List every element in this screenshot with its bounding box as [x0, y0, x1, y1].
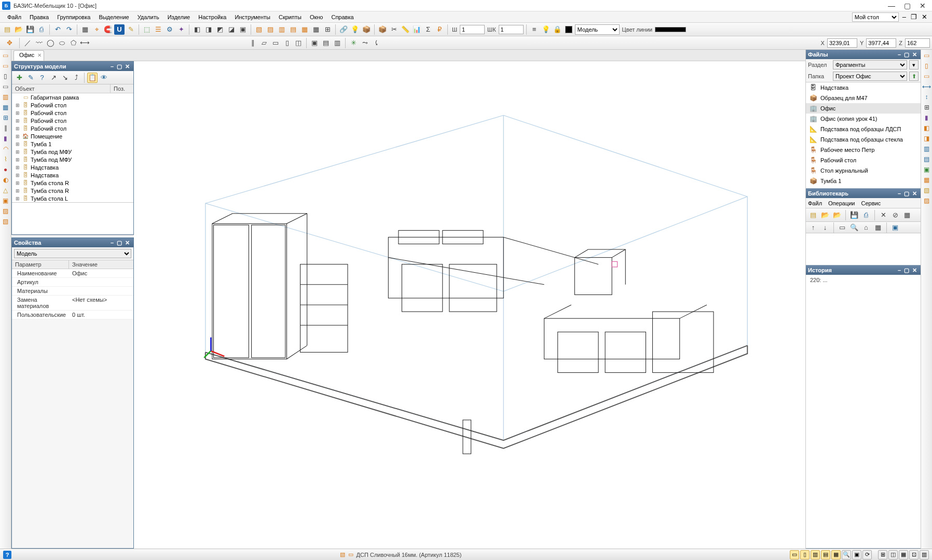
file-row[interactable]: 🏢Офис (копия урок 41) — [806, 114, 921, 124]
mdi-close-button[interactable]: ✕ — [920, 13, 929, 21]
sq3-button[interactable]: ▯ — [282, 38, 292, 48]
lib-b5-button[interactable]: ▣ — [890, 222, 900, 233]
gr2-button[interactable]: ▤ — [321, 38, 331, 48]
rs-b5[interactable]: ↕ — [922, 92, 931, 102]
lib-open-button[interactable]: 📂 — [820, 210, 830, 220]
vs-vline[interactable]: ▯ — [1, 72, 10, 81]
sb-2[interactable]: ▯ — [800, 550, 810, 559]
tree-row[interactable]: ⊞🗄Надставка — [12, 163, 133, 171]
lib-add-button[interactable]: 📂 — [832, 210, 842, 220]
vs-panel[interactable]: ▥ — [1, 92, 10, 102]
struct-add-button[interactable]: ✚ — [14, 73, 24, 83]
rs-b14[interactable]: ▧ — [922, 186, 931, 195]
tree-row[interactable]: ⊞🗄Тумба 1 — [12, 140, 133, 148]
struct-edit-button[interactable]: ✎ — [25, 73, 36, 83]
save-all-button[interactable]: ⎙ — [36, 24, 47, 35]
structure-panel-close[interactable]: ✕ — [124, 63, 131, 69]
tree-row[interactable]: ⊞🗄Тумба стола L — [12, 194, 133, 202]
file-row[interactable]: 📐Подставка под образцы ЛДСП — [806, 124, 921, 134]
table2-button[interactable]: ⊞ — [322, 24, 333, 35]
gr3-button[interactable]: ▥ — [332, 38, 342, 48]
view-iso2-button[interactable]: ◨ — [203, 24, 214, 35]
width-input[interactable] — [460, 25, 485, 34]
package-button[interactable]: 📦 — [361, 24, 372, 35]
sb-7[interactable]: ▣ — [852, 550, 861, 559]
lib-min[interactable]: – — [896, 190, 902, 197]
rs-b15[interactable]: ▨ — [922, 196, 931, 205]
struct-arc3-button[interactable]: ⤴ — [71, 73, 81, 83]
files-max[interactable]: ▢ — [902, 51, 911, 58]
coord-x-input[interactable] — [827, 38, 857, 48]
rs-b4[interactable]: ⟷ — [922, 82, 931, 91]
box3-button[interactable]: ▥ — [277, 24, 287, 35]
lib-max[interactable]: ▢ — [902, 190, 911, 197]
vs-cube[interactable]: ▣ — [1, 196, 10, 205]
lib-up-button[interactable]: ↑ — [808, 222, 818, 233]
polygon-tool-button[interactable]: ⬠ — [68, 38, 78, 48]
vs-cube2[interactable]: ▨ — [1, 206, 10, 216]
vs-box2[interactable]: ▭ — [1, 61, 10, 71]
menu-Настройка[interactable]: Настройка — [194, 13, 230, 21]
files-section-select[interactable]: Фрагменты — [833, 60, 907, 69]
properties-grid[interactable]: НаименованиеОфисАртикулМатериалыЗамена м… — [12, 269, 133, 319]
rs-b11[interactable]: ▤ — [922, 155, 931, 164]
view-iso1-button[interactable]: ◧ — [192, 24, 202, 35]
lib-down-button[interactable]: ↓ — [820, 222, 830, 233]
vs-cone[interactable]: △ — [1, 186, 10, 195]
rs-b10[interactable]: ▥ — [922, 144, 931, 153]
menu-Справка[interactable]: Справка — [327, 13, 358, 21]
lib-print-button[interactable]: ⎙ — [861, 210, 871, 220]
∥-button[interactable]: ∥ — [248, 38, 258, 48]
tool-settings-button[interactable]: ⚙ — [165, 24, 175, 35]
vs-circle[interactable]: ● — [1, 165, 10, 174]
window-close-button[interactable]: ✕ — [919, 2, 927, 10]
rs-b6[interactable]: ⊞ — [922, 103, 931, 112]
sq2-button[interactable]: ▭ — [270, 38, 281, 48]
file-row[interactable]: 🪑Рабочее место Петр — [806, 145, 921, 155]
menu-Группировка[interactable]: Группировка — [53, 13, 94, 21]
box-button[interactable]: ▧ — [254, 24, 264, 35]
3d-viewport[interactable] — [134, 61, 805, 549]
sb-5[interactable]: ▦ — [831, 550, 841, 559]
vs-hline[interactable]: ▭ — [1, 82, 10, 91]
sigma-button[interactable]: Σ — [423, 24, 433, 35]
tree-row[interactable]: ⊞🗄Тумба под МФУ — [12, 156, 133, 163]
struct-help-button[interactable]: ? — [37, 73, 47, 83]
color-swatch-button[interactable] — [564, 24, 574, 35]
xicon-button[interactable]: ✳ — [348, 38, 359, 48]
property-row[interactable]: Пользовательские0 шт. — [12, 311, 133, 319]
struct-eye-button[interactable]: 👁 — [99, 73, 109, 83]
sb-13[interactable]: ▥ — [920, 550, 929, 559]
view-iso4-button[interactable]: ◪ — [226, 24, 237, 35]
line-color-swatch[interactable] — [655, 27, 686, 32]
tree-row[interactable]: ⊞🗄Рабочий стол — [12, 101, 133, 109]
vs-arc[interactable]: ◠ — [1, 144, 10, 153]
props-panel-close[interactable]: ✕ — [124, 240, 131, 246]
undo-button[interactable]: ↶ — [52, 24, 63, 35]
structure-panel-min[interactable]: – — [109, 63, 115, 69]
vs-roll[interactable]: ⌇ — [1, 155, 10, 164]
save-button[interactable]: 💾 — [25, 24, 35, 35]
tree-row[interactable]: ⊞🗄Рабочий стол — [12, 109, 133, 117]
rs-b13[interactable]: ▦ — [922, 175, 931, 185]
tree-row[interactable]: ⊞🏠Помещение — [12, 132, 133, 140]
menu-Окно[interactable]: Окно — [306, 13, 327, 21]
props-panel-min[interactable]: – — [109, 240, 115, 246]
ellipse-tool-button[interactable]: ⬭ — [57, 38, 67, 48]
line-tool-button[interactable]: ／ — [22, 38, 33, 48]
tree-row[interactable]: ⊞🗄Тумба стола R — [12, 179, 133, 187]
lib-save-button[interactable]: 💾 — [849, 210, 859, 220]
ortho-button[interactable]: U — [114, 24, 125, 35]
vs-vbars[interactable]: ∥ — [1, 123, 10, 133]
lib-x3-button[interactable]: ▦ — [902, 210, 912, 220]
files-folder-select[interactable]: Проект Офис — [833, 72, 907, 81]
tool-extras-button[interactable]: ✦ — [176, 24, 186, 35]
ruler-button[interactable]: 📏 — [400, 24, 410, 35]
polyline-tool-button[interactable]: 〰 — [34, 38, 44, 48]
tool-layers-button[interactable]: ☰ — [153, 24, 163, 35]
menu-Изделие[interactable]: Изделие — [163, 13, 195, 21]
vs-grid2[interactable]: ⊞ — [1, 113, 10, 122]
lib-menu-Операции[interactable]: Операции — [828, 200, 855, 206]
property-row[interactable]: Артикул — [12, 278, 133, 287]
rs-b7[interactable]: ▮ — [922, 113, 931, 122]
